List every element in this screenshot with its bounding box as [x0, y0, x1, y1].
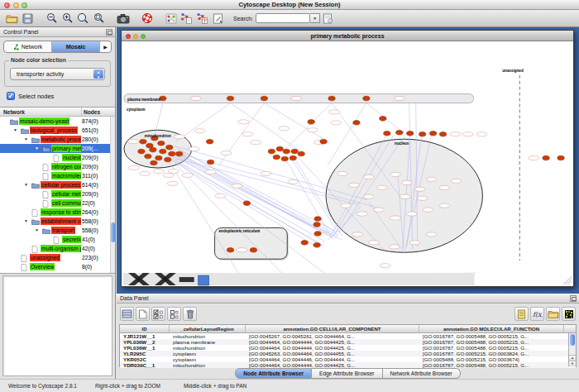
zoom-selected-icon[interactable]	[91, 11, 107, 26]
tree-row[interactable]: nucleobase-209(0)	[0, 153, 115, 162]
network-edge[interactable]	[170, 162, 244, 281]
open-icon[interactable]	[4, 11, 20, 26]
table-row[interactable]: YLR295Ccytoplasm[GO:0045263, GO:0044464,…	[120, 351, 576, 356]
network-node[interactable]	[314, 217, 321, 222]
snapshot-icon[interactable]	[115, 11, 131, 26]
network-window-titlebar[interactable]: primary metabolic process	[122, 31, 573, 41]
table-row[interactable]: YDR039C__1mitochondrion[GO:0044464, GO:0…	[120, 362, 576, 368]
network-node[interactable]	[206, 139, 213, 144]
tree-row[interactable]: ▼transport558(0)	[0, 226, 115, 235]
network-node[interactable]	[283, 149, 290, 154]
network-node[interactable]	[557, 155, 564, 160]
tree-expand-icon[interactable]: ▼	[35, 227, 39, 232]
tree-col-network[interactable]: Network	[0, 108, 82, 116]
network-canvas[interactable]: plasma membranecytoplasmmitochondrionnuc…	[122, 42, 573, 286]
network-node[interactable]	[145, 154, 151, 159]
zoom-window-button[interactable]	[22, 2, 27, 8]
delete-attribute-icon[interactable]	[183, 307, 197, 321]
tab-network[interactable]: Network	[4, 41, 52, 52]
network-edge[interactable]	[175, 152, 337, 235]
network-node[interactable]	[419, 131, 425, 136]
network-node[interactable]	[243, 201, 250, 206]
scroll-up-icon[interactable]: ▲	[569, 355, 576, 361]
network-node[interactable]	[140, 139, 146, 144]
float-panel-icon[interactable]	[106, 29, 112, 36]
network-edge[interactable]	[219, 103, 265, 165]
tab-node-attribute-browser[interactable]: Node Attribute Browser	[235, 368, 312, 379]
matrix-icon[interactable]	[562, 307, 576, 321]
network-node[interactable]	[169, 151, 175, 156]
network-edge[interactable]	[175, 163, 290, 282]
network-node[interactable]	[165, 157, 171, 162]
network-node[interactable]	[146, 143, 153, 148]
birdseye-view[interactable]	[2, 275, 112, 376]
tab-mosaic[interactable]: Mosaic	[52, 41, 100, 52]
unselect-all-attributes-icon[interactable]	[167, 307, 181, 321]
network-canvas-svg[interactable]: plasma membranecytoplasmmitochondrionnuc…	[122, 42, 573, 286]
tree-row[interactable]: mosaic-demo-yeast874(0)	[0, 117, 115, 126]
network-node[interactable]	[313, 243, 320, 248]
network-node[interactable]	[353, 121, 360, 126]
network-minimize-button[interactable]	[133, 34, 138, 39]
network-node[interactable]	[250, 248, 256, 253]
import-attributes-icon[interactable]	[546, 307, 560, 321]
network-node[interactable]	[176, 151, 183, 156]
import-network-icon[interactable]	[179, 11, 194, 26]
tab-network-attribute-browser[interactable]: Network Attribute Browser	[383, 368, 461, 379]
tree-expand-icon[interactable]: ▼	[24, 218, 28, 223]
zoom-fit-icon[interactable]	[75, 11, 91, 26]
resize-grip-icon[interactable]	[563, 276, 572, 284]
network-node[interactable]	[273, 155, 280, 160]
network-node[interactable]	[380, 117, 386, 122]
tree-row[interactable]: ▼cellular process614(0)	[0, 180, 115, 189]
node-color-select[interactable]: transporter activity ▲▼	[10, 68, 105, 80]
table-row[interactable]: YKR052Ccytoplasm[GO:0044464, GO:0044446,…	[120, 356, 576, 362]
network-node[interactable]	[227, 248, 233, 253]
network-zoom-button[interactable]	[141, 34, 146, 39]
table-column-header[interactable]: annotation.GO CELLULAR_COMPONENT	[246, 325, 419, 332]
tree-row[interactable]: unassigned223(0)	[0, 253, 115, 262]
import-network-table-icon[interactable]	[194, 11, 210, 26]
network-node[interactable]	[543, 155, 549, 160]
data-panel-float-icon[interactable]	[570, 295, 577, 302]
minimize-button[interactable]	[13, 2, 19, 8]
tree-row[interactable]: nitrogen compo209(0)	[0, 162, 115, 171]
network-node[interactable]	[314, 232, 321, 237]
network-node[interactable]	[291, 149, 298, 154]
network-node[interactable]	[396, 130, 403, 135]
window-titlebar[interactable]: Cytoscape Desktop (New Session)	[0, 0, 579, 10]
tree-row[interactable]: multi-organism pro42(0)	[0, 244, 115, 253]
tree-col-nodes[interactable]: Nodes	[82, 108, 115, 116]
zoom-in-icon[interactable]	[60, 11, 75, 26]
tree-expand-icon[interactable]: ▼	[35, 146, 39, 151]
network-edge[interactable]	[264, 103, 329, 143]
network-edge[interactable]	[231, 103, 305, 155]
network-node[interactable]	[363, 96, 370, 101]
vizmapper-icon[interactable]	[163, 11, 179, 26]
network-node[interactable]	[281, 156, 288, 161]
network-node[interactable]	[207, 160, 213, 165]
tree-row[interactable]: macromolecule311(0)	[0, 171, 115, 180]
tree-scrollbar[interactable]	[110, 117, 115, 273]
network-node[interactable]	[261, 96, 267, 101]
network-edge[interactable]	[286, 160, 333, 239]
canvas-scrollbar-thumb[interactable]	[199, 275, 209, 285]
table-row[interactable]: YPL036W__1mitochondrion[GO:0044464, GO:0…	[120, 345, 576, 351]
tree-row[interactable]: ▼biological_process651(0)	[0, 126, 115, 135]
tree-row[interactable]: ▼primary metabo209(...	[0, 144, 115, 153]
network-node[interactable]	[166, 145, 173, 150]
network-node[interactable]	[301, 241, 308, 246]
tab-edge-attribute-browser[interactable]: Edge Attribute Browser	[312, 368, 382, 379]
network-node[interactable]	[328, 96, 335, 101]
search-dropdown-icon[interactable]: ▼	[310, 13, 320, 23]
network-node[interactable]	[276, 146, 283, 151]
table-column-header[interactable]: annotation.GO MOLECULAR_FUNCTION	[419, 325, 564, 332]
tree-row[interactable]: response to stimul264(0)	[0, 208, 115, 217]
select-all-attributes-icon[interactable]	[151, 307, 165, 321]
network-node[interactable]	[160, 149, 166, 154]
network-node[interactable]	[439, 131, 446, 136]
tree-row[interactable]: cell communicat22(0)	[0, 198, 115, 208]
tree-expand-icon[interactable]: ▼	[13, 127, 17, 132]
network-node[interactable]	[290, 155, 296, 160]
select-nodes-checkbox[interactable]: ✓	[7, 92, 15, 100]
